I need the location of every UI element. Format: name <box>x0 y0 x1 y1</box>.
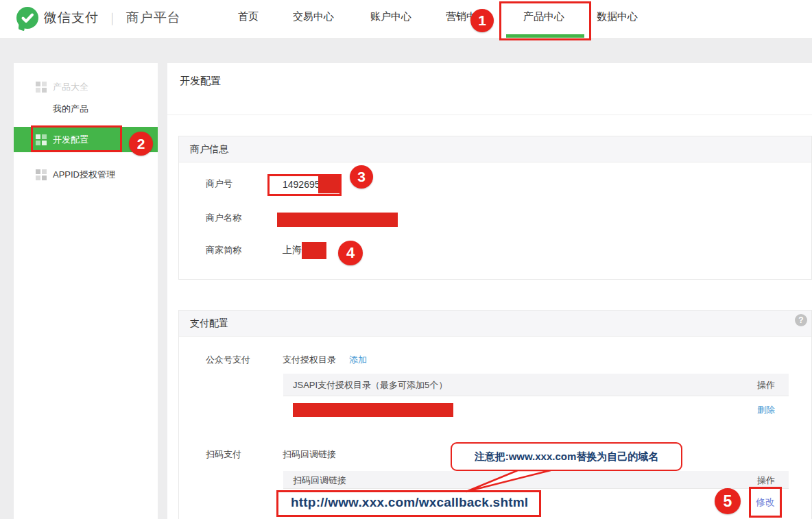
annotation-callout: 注意把:www.xxx.com替换为自己的域名 <box>451 442 682 471</box>
brand[interactable]: 微信支付 ｜ 商户平台 <box>16 6 181 29</box>
sidebar-item-label: 我的产品 <box>53 103 88 115</box>
nav-transaction-center[interactable]: 交易中心 <box>293 10 334 23</box>
grid-icon <box>36 82 47 93</box>
grid-icon <box>36 134 47 145</box>
top-nav-bar: 微信支付 ｜ 商户平台 首页 交易中心 账户中心 营销中心 产品中心 数据中心 <box>0 0 812 39</box>
jsapi-dir-redaction <box>293 403 453 417</box>
merchant-shortname-redaction <box>302 242 326 259</box>
annotation-callout-tail <box>453 469 562 494</box>
jsapi-op-header: 操作 <box>757 379 775 391</box>
merchant-info-header: 商户信息 <box>179 136 811 162</box>
active-tab-underline <box>506 34 584 38</box>
brand-name: 微信支付 <box>44 9 99 27</box>
sidebar-item-appid-auth[interactable]: APPID授权管理 <box>14 165 158 185</box>
annotation-badge-4: 4 <box>338 241 363 265</box>
native-table-title: 扫码回调链接 <box>293 474 346 487</box>
nav-product-center[interactable]: 产品中心 <box>523 10 564 23</box>
native-op-header: 操作 <box>757 474 775 487</box>
nav-account-center[interactable]: 账户中心 <box>370 10 411 23</box>
native-row-label: 扫码支付 <box>206 448 241 461</box>
annotation-badge-5: 5 <box>715 488 741 514</box>
merchant-shortname-value: 上海 <box>283 244 302 256</box>
auth-dir-label: 支付授权目录 <box>283 354 336 366</box>
wechat-pay-logo-icon <box>16 7 38 29</box>
sidebar-item-label: 产品大全 <box>53 81 88 93</box>
callback-url-value: http://www.xxx.com/wxcallback.shtml <box>291 495 528 510</box>
merchant-id-redaction <box>318 176 340 193</box>
sidebar-item-my-products[interactable]: 我的产品 <box>14 99 158 119</box>
merchant-info-section: 商户信息 <box>178 136 812 280</box>
jsapi-table-header: JSAPI支付授权目录（最多可添加5个） 操作 <box>283 374 789 396</box>
annotation-badge-3: 3 <box>350 165 373 189</box>
callback-link-label: 扫码回调链接 <box>283 448 336 461</box>
jsapi-row-label: 公众号支付 <box>206 354 250 366</box>
wechat-pay-merchant-portal: 微信支付 ｜ 商户平台 首页 交易中心 账户中心 营销中心 产品中心 数据中心 … <box>0 0 812 519</box>
merchant-name-label: 商户名称 <box>206 212 241 224</box>
help-icon[interactable]: ? <box>795 314 807 326</box>
nav-home[interactable]: 首页 <box>238 10 259 23</box>
title-divider <box>167 114 812 115</box>
annotation-badge-1: 1 <box>470 9 494 32</box>
payment-config-header: 支付配置 <box>179 311 811 337</box>
modify-link[interactable]: 修改 <box>756 496 775 509</box>
page-title: 开发配置 <box>180 75 221 88</box>
brand-portal: 商户平台 <box>126 9 181 27</box>
add-link[interactable]: 添加 <box>349 354 367 366</box>
jsapi-table-title: JSAPI支付授权目录（最多可添加5个） <box>293 379 447 391</box>
merchant-shortname-label: 商家简称 <box>206 244 241 256</box>
sidebar: 产品大全 我的产品 开发配置 APPID授权管理 <box>14 63 158 519</box>
grid-icon <box>36 169 47 180</box>
merchant-id-label: 商户号 <box>206 178 232 190</box>
brand-divider: ｜ <box>106 10 119 26</box>
delete-link[interactable]: 删除 <box>757 404 775 416</box>
sidebar-item-label: 开发配置 <box>53 134 88 146</box>
annotation-badge-2: 2 <box>129 132 153 156</box>
sidebar-item-product-catalog[interactable]: 产品大全 <box>14 77 158 97</box>
merchant-id-value: 1492695 <box>283 179 320 190</box>
nav-data-center[interactable]: 数据中心 <box>597 10 638 23</box>
merchant-name-redaction <box>277 213 398 227</box>
sidebar-item-label: APPID授权管理 <box>53 169 115 181</box>
